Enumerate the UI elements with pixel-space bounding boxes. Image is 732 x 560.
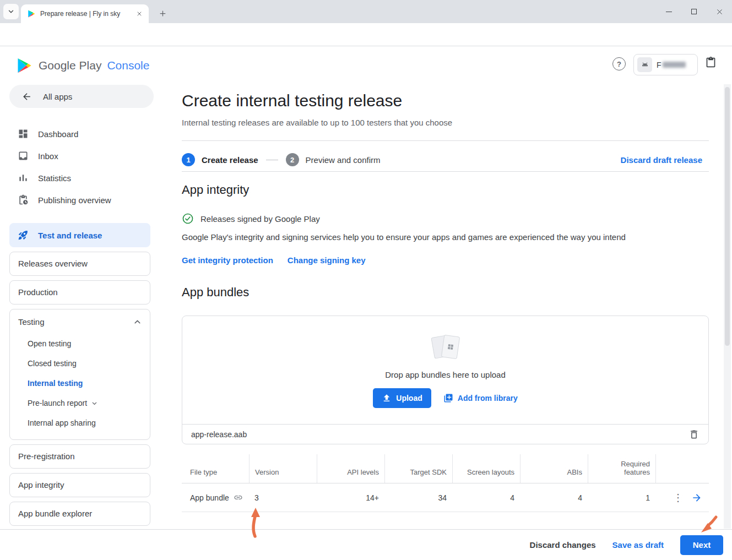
all-apps-label: All apps <box>43 92 72 101</box>
minimize-button[interactable] <box>656 0 681 23</box>
scrollbar-thumb[interactable] <box>725 87 730 346</box>
card-label: App integrity <box>10 474 150 497</box>
uploaded-file-row: app-release.aab <box>182 424 708 444</box>
discard-draft-release-link[interactable]: Discard draft release <box>621 155 702 165</box>
sidebar-card-pre-registration[interactable]: Pre-registration <box>9 444 150 469</box>
chevron-down-icon <box>7 8 15 15</box>
plus-icon <box>159 9 167 18</box>
clipboard-button[interactable] <box>705 57 717 68</box>
sidebar-item-statistics[interactable]: Statistics <box>0 167 165 189</box>
api-levels-value: 14+ <box>317 493 384 502</box>
col-abis: ABIs <box>520 454 588 483</box>
sidebar-item-closed-testing[interactable]: Closed testing <box>10 354 150 373</box>
browser-toolbar: play.google.com/console/u/0/developers/7… <box>0 23 732 46</box>
step-connector <box>266 160 278 160</box>
sidebar-card-app-integrity[interactable]: App integrity <box>9 473 150 497</box>
google-play-favicon-icon <box>28 9 36 18</box>
all-apps-button[interactable]: All apps <box>9 85 154 108</box>
maximize-icon <box>691 9 697 14</box>
sidebar-item-publishing-overview[interactable]: Publishing overview <box>0 189 165 211</box>
bar-chart-icon <box>18 172 29 183</box>
sidebar-item-test-and-release[interactable]: Test and release <box>9 223 150 247</box>
integrity-links: Get integrity protection Change signing … <box>182 255 366 265</box>
app-bundles-heading: App bundles <box>182 285 249 300</box>
sidebar-item-internal-app-sharing[interactable]: Internal app sharing <box>10 413 150 433</box>
col-screen-layouts: Screen layouts <box>452 454 520 483</box>
new-tab-button[interactable] <box>155 6 170 20</box>
signed-by-google-play-row: Releases signed by Google Play <box>182 213 320 225</box>
col-required-features: Required features <box>588 454 655 483</box>
help-icon: ? <box>617 60 621 68</box>
drop-zone-text: Drop app bundles here to upload <box>385 370 506 379</box>
col-actions <box>655 454 709 483</box>
close-icon <box>716 8 723 15</box>
chevron-down-icon <box>90 399 99 407</box>
library-add-icon <box>443 393 453 403</box>
save-as-draft-button[interactable]: Save as draft <box>612 540 664 550</box>
stepper: 1 Create release 2 Preview and confirm D… <box>182 148 709 172</box>
google-play-console-logo: Google Play Console <box>17 57 149 74</box>
divider <box>182 140 709 141</box>
android-icon <box>641 61 649 69</box>
change-signing-key-link[interactable]: Change signing key <box>288 255 366 265</box>
sidebar-item-internal-testing[interactable]: Internal testing <box>10 373 150 393</box>
row-detail-button[interactable] <box>691 492 702 503</box>
abis-value: 4 <box>520 493 588 502</box>
sidebar-item-inbox[interactable]: Inbox <box>0 145 165 167</box>
testing-group-header[interactable]: Testing <box>10 309 150 334</box>
integrity-description: Google Play's integrity and signing serv… <box>182 232 626 242</box>
chevron-up-icon <box>133 317 142 327</box>
table-row: App bundle 3 14+ 34 4 4 1 ⋮ <box>182 483 709 512</box>
card-label: Releases overview <box>10 252 150 275</box>
page-subtitle: Internal testing releases are available … <box>182 118 452 127</box>
tab-search-button[interactable] <box>3 4 19 19</box>
divider <box>182 171 709 172</box>
col-api-levels: API levels <box>317 454 384 483</box>
check-circle-icon <box>182 213 194 225</box>
step-1-label: Create release <box>202 155 258 165</box>
sidebar-card-production[interactable]: Production <box>9 280 150 305</box>
required-features-value: 1 <box>588 493 655 502</box>
rocket-icon <box>18 230 29 241</box>
delete-file-button[interactable] <box>688 429 700 440</box>
file-type-value: App bundle <box>190 493 229 502</box>
help-button[interactable]: ? <box>612 57 626 70</box>
col-version: Version <box>249 454 317 483</box>
dashboard-icon <box>18 128 29 139</box>
add-from-library-button[interactable]: Add from library <box>443 393 518 403</box>
sidebar-item-open-testing[interactable]: Open testing <box>10 334 150 354</box>
discard-changes-button[interactable]: Discard changes <box>530 540 596 550</box>
app-selector-chip[interactable]: F <box>633 54 698 75</box>
browser-tab[interactable]: Prepare release | Fly in sky <box>21 4 149 23</box>
inbox-icon <box>18 150 29 161</box>
scrollbar-track[interactable] <box>724 84 731 529</box>
play-logo-icon <box>17 57 33 74</box>
upload-button[interactable]: Upload <box>373 388 431 408</box>
sidebar-item-label: Test and release <box>38 231 102 240</box>
app-avatar <box>637 57 652 72</box>
footer-action-bar: Discard changes Save as draft Next <box>0 529 732 560</box>
brand-google-play: Google Play <box>39 59 101 72</box>
maximize-button[interactable] <box>681 0 707 23</box>
redacted-app-name <box>663 62 686 68</box>
sidebar-card-app-bundle-explorer[interactable]: App bundle explorer <box>9 502 150 526</box>
screen-layouts-value: 4 <box>452 493 520 502</box>
sidebar-card-releases-overview[interactable]: Releases overview <box>9 252 150 276</box>
row-menu-button[interactable]: ⋮ <box>673 493 683 503</box>
tab-close-icon[interactable] <box>134 9 144 19</box>
sidebar-item-label: Inbox <box>38 151 58 161</box>
sidebar-item-pre-launch-report[interactable]: Pre-launch report <box>10 393 150 413</box>
get-integrity-protection-link[interactable]: Get integrity protection <box>182 255 273 265</box>
close-window-button[interactable] <box>707 0 732 23</box>
link-icon <box>234 493 243 502</box>
sidebar-item-dashboard[interactable]: Dashboard <box>0 123 165 145</box>
col-target-sdk: Target SDK <box>384 454 452 483</box>
version-value: 3 <box>249 493 317 502</box>
drop-zone[interactable]: Drop app bundles here to upload Upload A… <box>182 316 708 424</box>
minimize-icon <box>666 12 672 12</box>
next-button[interactable]: Next <box>680 535 723 555</box>
publishing-clock-icon <box>18 194 29 205</box>
arrow-forward-icon <box>691 492 702 503</box>
sidebar: All apps Dashboard Inbox Statistics Publ… <box>0 83 165 529</box>
page-title: Create internal testing release <box>182 91 402 110</box>
